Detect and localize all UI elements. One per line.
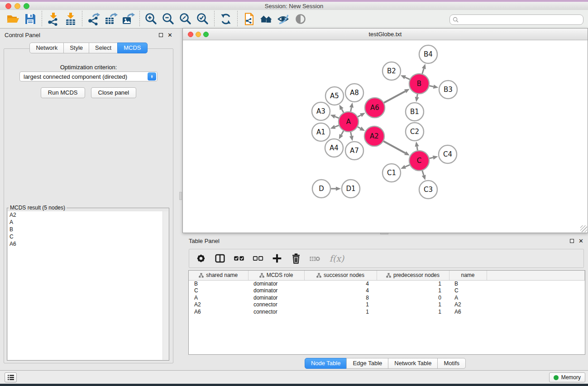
edge-B-B4[interactable] bbox=[422, 64, 426, 74]
cell-predecessor-nodes[interactable]: 1 bbox=[377, 301, 449, 309]
cell-MCDS-role[interactable]: dominator bbox=[248, 280, 304, 287]
split-divider-handle[interactable] bbox=[179, 192, 182, 200]
export-table-button[interactable] bbox=[102, 11, 120, 27]
memory-button[interactable]: Memory bbox=[549, 372, 585, 382]
network-window-titlebar[interactable]: testGlobe.txt bbox=[183, 29, 588, 40]
node-A8[interactable]: A8 bbox=[345, 84, 363, 102]
result-item[interactable]: A6 bbox=[8, 240, 168, 248]
column-header-MCDS-role[interactable]: MCDS role bbox=[248, 271, 304, 280]
node-D[interactable]: D bbox=[312, 180, 330, 198]
import-network-button[interactable] bbox=[45, 11, 62, 27]
edge-A2-C[interactable] bbox=[383, 141, 410, 155]
cell-shared-name[interactable]: A6 bbox=[189, 308, 248, 315]
zoom-out-button[interactable] bbox=[160, 11, 177, 27]
save-button[interactable] bbox=[22, 11, 39, 27]
node-B4[interactable]: B4 bbox=[419, 45, 437, 63]
result-item[interactable]: A bbox=[8, 219, 168, 226]
close-panel-icon[interactable]: ✕ bbox=[578, 238, 583, 244]
delete-table-button[interactable] bbox=[307, 251, 323, 266]
edge-A-A3[interactable] bbox=[330, 114, 339, 119]
tab-network[interactable]: Network bbox=[29, 43, 64, 53]
cell-shared-name[interactable]: C bbox=[189, 287, 248, 295]
search-input[interactable] bbox=[460, 17, 583, 23]
resize-grip[interactable] bbox=[580, 225, 587, 232]
edge-B-B1[interactable] bbox=[415, 94, 419, 102]
float-panel-icon[interactable] bbox=[570, 239, 574, 243]
edge-A-A5[interactable] bbox=[339, 105, 344, 112]
network-document-button[interactable] bbox=[240, 11, 258, 27]
table-row[interactable]: A2connector11A2 bbox=[189, 301, 585, 309]
node-A2[interactable]: A2 bbox=[364, 126, 384, 146]
run-mcds-button[interactable]: Run MCDS bbox=[41, 87, 85, 98]
home-button[interactable] bbox=[258, 11, 275, 27]
cell-MCDS-role[interactable]: connector bbox=[248, 301, 304, 309]
node-B[interactable]: B bbox=[409, 74, 429, 94]
function-builder-button[interactable]: f(x) bbox=[326, 251, 348, 266]
table-settings-button[interactable] bbox=[193, 251, 209, 266]
cell-shared-name[interactable]: A2 bbox=[189, 301, 248, 309]
column-header-name[interactable]: name bbox=[449, 271, 487, 280]
close-panel-button[interactable]: Close panel bbox=[91, 87, 137, 98]
export-network-button[interactable] bbox=[85, 11, 102, 27]
table-tab-edge-table[interactable]: Edge Table bbox=[346, 358, 388, 369]
edge-B-B3[interactable] bbox=[430, 85, 439, 89]
deselect-all-button[interactable] bbox=[250, 251, 266, 266]
table-row[interactable]: A6connector11A6 bbox=[189, 308, 585, 315]
edge-C-C4[interactable] bbox=[429, 156, 438, 160]
node-A1[interactable]: A1 bbox=[312, 123, 330, 141]
table-tab-motifs[interactable]: Motifs bbox=[437, 358, 466, 369]
cell-shared-name[interactable]: A bbox=[189, 294, 248, 301]
result-item[interactable]: B bbox=[8, 226, 168, 233]
column-header-predecessor-nodes[interactable]: predecessor nodes bbox=[377, 271, 449, 280]
node-B1[interactable]: B1 bbox=[406, 103, 424, 121]
node-table[interactable]: shared nameMCDS rolesuccessor nodesprede… bbox=[188, 270, 585, 355]
zoom-fit-button[interactable] bbox=[177, 11, 194, 27]
node-C4[interactable]: C4 bbox=[439, 145, 457, 163]
network-canvas[interactable]: B4B2BB3A8A5A6A3B1AC2A1A2A4A7C4CC1DD1C3 bbox=[183, 40, 588, 233]
edge-A-A6[interactable] bbox=[358, 113, 365, 117]
add-column-button[interactable] bbox=[269, 251, 285, 266]
close-panel-icon[interactable]: ✕ bbox=[167, 32, 172, 38]
node-A7[interactable]: A7 bbox=[345, 142, 363, 160]
network-graph[interactable]: B4B2BB3A8A5A6A3B1AC2A1A2A4A7C4CC1DD1C3 bbox=[183, 40, 588, 233]
cell-name[interactable]: C bbox=[449, 287, 487, 295]
table-row[interactable]: Adominator80A bbox=[189, 294, 585, 301]
edge-C-C1[interactable] bbox=[401, 165, 410, 169]
tab-mcds[interactable]: MCDS bbox=[117, 43, 147, 53]
cell-predecessor-nodes[interactable]: 1 bbox=[377, 308, 449, 315]
float-panel-icon[interactable] bbox=[159, 33, 163, 37]
tab-select[interactable]: Select bbox=[89, 43, 118, 53]
node-B2[interactable]: B2 bbox=[382, 62, 401, 80]
cell-shared-name[interactable]: B bbox=[189, 280, 248, 287]
cell-name[interactable]: A2 bbox=[449, 301, 487, 309]
cell-MCDS-role[interactable]: dominator bbox=[248, 287, 304, 295]
node-C3[interactable]: C3 bbox=[419, 181, 437, 199]
result-item[interactable]: A2 bbox=[8, 211, 168, 219]
open-button[interactable] bbox=[5, 11, 22, 27]
node-D1[interactable]: D1 bbox=[342, 180, 360, 198]
edge-A-A8[interactable] bbox=[349, 103, 354, 112]
result-item[interactable]: C bbox=[8, 233, 168, 240]
table-tab-node-table[interactable]: Node Table bbox=[305, 358, 347, 369]
table-row[interactable]: Bdominator41B bbox=[189, 280, 585, 287]
node-C2[interactable]: C2 bbox=[406, 123, 424, 141]
edge-A6-B[interactable] bbox=[384, 89, 410, 103]
node-A6[interactable]: A6 bbox=[365, 98, 385, 118]
edge-A-A4[interactable] bbox=[339, 131, 344, 139]
cell-predecessor-nodes[interactable]: 0 bbox=[377, 294, 449, 301]
criterion-select[interactable]: largest connected component (directed) ▲… bbox=[19, 71, 158, 81]
node-A[interactable]: A bbox=[339, 112, 359, 132]
edge-B-B2[interactable] bbox=[401, 75, 410, 79]
cell-predecessor-nodes[interactable]: 1 bbox=[377, 287, 449, 295]
cell-MCDS-role[interactable]: dominator bbox=[248, 294, 304, 301]
edge-C-C2[interactable] bbox=[415, 142, 419, 151]
cell-successor-nodes[interactable]: 1 bbox=[304, 301, 377, 309]
zoom-selected-button[interactable] bbox=[194, 11, 211, 27]
refresh-button[interactable] bbox=[217, 11, 234, 27]
cell-name[interactable]: B bbox=[449, 280, 487, 287]
node-A3[interactable]: A3 bbox=[312, 102, 330, 120]
cell-successor-nodes[interactable]: 4 bbox=[304, 280, 377, 287]
cell-name[interactable]: A6 bbox=[449, 308, 487, 315]
cell-MCDS-role[interactable]: connector bbox=[248, 308, 304, 315]
node-A4[interactable]: A4 bbox=[325, 139, 343, 157]
